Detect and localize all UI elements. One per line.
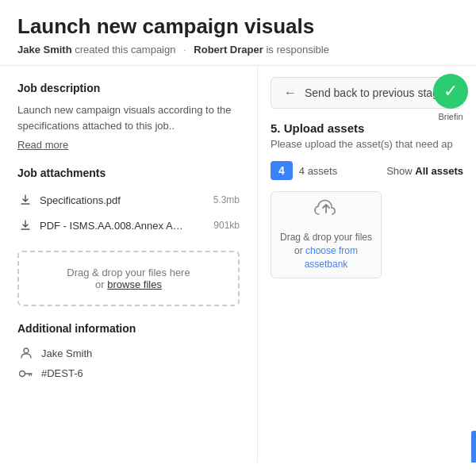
asset-upload-card[interactable]: Drag & drop your files or choose from as… — [271, 191, 382, 278]
responsible-text: is responsible — [266, 44, 329, 56]
upload-subtitle: Please upload the asset(s) that need ap — [271, 138, 463, 150]
briefing-label: Briefin — [438, 112, 463, 121]
attachment-size: 5.3mb — [213, 194, 240, 205]
or-text: or — [294, 245, 303, 256]
browse-files-link[interactable]: browse files — [107, 278, 162, 290]
dot-separator: · — [183, 44, 186, 56]
key-icon — [17, 369, 35, 378]
blue-bar — [471, 431, 476, 463]
read-more-link[interactable]: Read more — [17, 139, 68, 151]
attachments-title: Job attachments — [17, 167, 240, 179]
attachment-item[interactable]: PDF - ISMS.AA.008.Annex A… 901kb — [17, 213, 240, 238]
upload-cloud-icon — [314, 198, 338, 225]
upload-title: 5. Upload assets — [271, 121, 463, 135]
asset-cards-area: Drag & drop your files or choose from as… — [271, 191, 463, 278]
svg-point-0 — [24, 348, 29, 353]
additional-info-section: Additional information Jake Smith — [17, 322, 240, 383]
page-title: Launch new campaign visuals — [17, 14, 459, 39]
person-icon — [17, 347, 35, 359]
attachment-size: 901kb — [213, 220, 240, 231]
job-description-text: Launch new campaign visuals according to… — [17, 102, 240, 133]
show-assets-button[interactable]: Show All assets — [386, 165, 463, 177]
drag-drop-text: Drag & drop your files — [280, 232, 372, 243]
creator-name: Jake Smith — [17, 44, 72, 56]
download-icon — [17, 217, 33, 233]
file-drop-zone[interactable]: Drag & drop your files here or browse fi… — [17, 251, 240, 306]
attachment-name: Specifications.pdf — [40, 194, 213, 206]
main-layout: Job description Launch new campaign visu… — [0, 66, 476, 463]
header-meta: Jake Smith created this campaign · Rober… — [17, 44, 459, 56]
check-circle-wrap: ✓ Briefin — [433, 74, 468, 121]
created-text: created this campaign — [75, 44, 175, 56]
attachment-name: PDF - ISMS.AA.008.Annex A… — [40, 220, 213, 232]
all-assets-label: All assets — [415, 165, 463, 177]
asset-count-tab[interactable]: 4 — [271, 161, 293, 180]
drop-zone-text: Drag & drop your files here — [67, 267, 190, 278]
left-panel: Job description Launch new campaign visu… — [0, 66, 258, 463]
check-icon: ✓ — [443, 81, 458, 102]
dest-label: #DEST-6 — [41, 367, 83, 379]
send-back-label: Send back to previous stage — [305, 86, 445, 99]
job-attachments-section: Job attachments Specifications.pdf 5.3mb… — [17, 167, 240, 238]
upload-assets-section: 5. Upload assets Please upload the asset… — [258, 109, 476, 286]
asset-count-label: 4 assets — [299, 165, 337, 177]
person-name: Jake Smith — [41, 347, 92, 359]
drop-zone-or: or — [95, 278, 105, 290]
briefing-check-circle: ✓ — [433, 74, 468, 109]
choose-assetbank-link[interactable]: choose from assetbank — [305, 245, 358, 270]
download-icon — [17, 192, 33, 208]
asset-card-text: Drag & drop your files or choose from as… — [271, 231, 381, 271]
show-label: Show — [386, 165, 413, 177]
additional-info-title: Additional information — [17, 322, 240, 335]
responsible-name: Robert Draper — [194, 44, 263, 56]
dest-info-row: #DEST-6 — [17, 363, 240, 383]
arrow-left-icon: ← — [284, 86, 297, 100]
page-header: Launch new campaign visuals Jake Smith c… — [0, 0, 476, 66]
person-info-row: Jake Smith — [17, 343, 240, 363]
attachment-item[interactable]: Specifications.pdf 5.3mb — [17, 187, 240, 213]
right-panel: ✓ Briefin ← Send back to previous stage … — [258, 66, 476, 463]
job-description-title: Job description — [17, 82, 240, 94]
assets-tabs-row: 4 4 assets Show All assets — [271, 161, 463, 180]
